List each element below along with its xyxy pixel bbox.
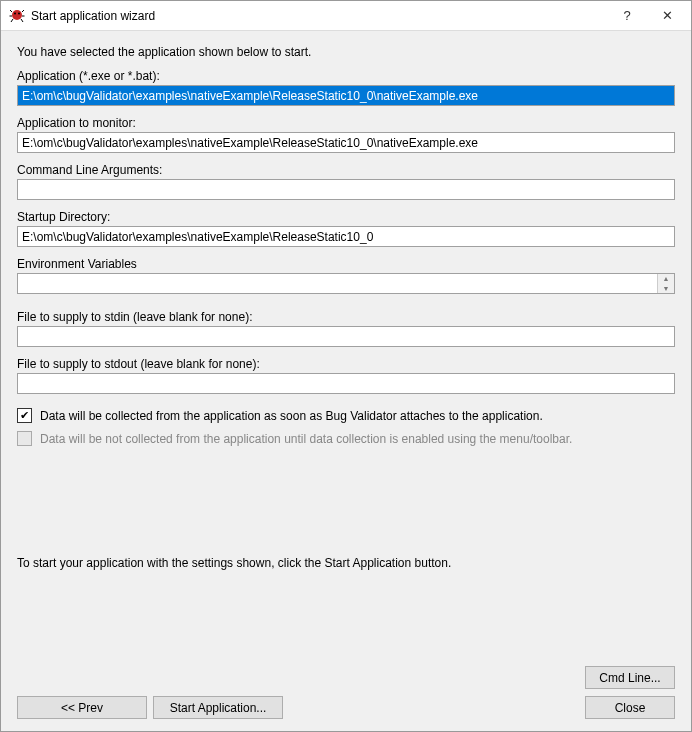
stdin-field-group: File to supply to stdin (leave blank for…: [17, 310, 675, 347]
collect-on-attach-row: ✔ Data will be collected from the applic…: [17, 408, 675, 423]
collect-on-attach-label: Data will be collected from the applicat…: [40, 409, 543, 423]
monitor-input[interactable]: [17, 132, 675, 153]
stdin-input[interactable]: [17, 326, 675, 347]
help-button[interactable]: ?: [607, 2, 647, 30]
close-button[interactable]: Close: [585, 696, 675, 719]
collect-disabled-row: Data will be not collected from the appl…: [17, 431, 675, 446]
window-title: Start application wizard: [31, 9, 607, 23]
stdin-label: File to supply to stdin (leave blank for…: [17, 310, 675, 324]
cmdargs-label: Command Line Arguments:: [17, 163, 675, 177]
svg-point-1: [14, 12, 16, 14]
collect-on-attach-checkbox[interactable]: ✔: [17, 408, 32, 423]
collect-disabled-checkbox: [17, 431, 32, 446]
startup-dir-field-group: Startup Directory:: [17, 210, 675, 247]
svg-line-4: [22, 10, 24, 12]
cmdargs-field-group: Command Line Arguments:: [17, 163, 675, 200]
application-input[interactable]: [17, 85, 675, 106]
close-window-button[interactable]: ✕: [647, 2, 687, 30]
intro-text: You have selected the application shown …: [17, 45, 675, 59]
envvars-label: Environment Variables: [17, 257, 675, 271]
monitor-field-group: Application to monitor:: [17, 116, 675, 153]
collect-disabled-label: Data will be not collected from the appl…: [40, 432, 572, 446]
application-label: Application (*.exe or *.bat):: [17, 69, 675, 83]
envvars-input[interactable]: [17, 273, 675, 294]
envvars-field-group: Environment Variables ▲ ▼: [17, 257, 675, 294]
chevron-up-icon: ▲: [658, 274, 674, 284]
stdout-label: File to supply to stdout (leave blank fo…: [17, 357, 675, 371]
chevron-down-icon: ▼: [658, 284, 674, 294]
dialog-content: You have selected the application shown …: [1, 31, 691, 731]
svg-line-3: [10, 10, 12, 12]
instruction-text: To start your application with the setti…: [17, 556, 675, 570]
cmdline-button[interactable]: Cmd Line...: [585, 666, 675, 689]
svg-line-8: [21, 19, 23, 22]
startup-dir-label: Startup Directory:: [17, 210, 675, 224]
svg-line-7: [11, 19, 13, 22]
stdout-field-group: File to supply to stdout (leave blank fo…: [17, 357, 675, 394]
application-field-group: Application (*.exe or *.bat):: [17, 69, 675, 106]
prev-button[interactable]: << Prev: [17, 696, 147, 719]
start-application-button[interactable]: Start Application...: [153, 696, 283, 719]
envvars-spinner[interactable]: ▲ ▼: [657, 274, 674, 293]
titlebar: Start application wizard ? ✕: [1, 1, 691, 31]
monitor-label: Application to monitor:: [17, 116, 675, 130]
stdout-input[interactable]: [17, 373, 675, 394]
cmdargs-input[interactable]: [17, 179, 675, 200]
svg-point-2: [18, 12, 20, 14]
startup-dir-input[interactable]: [17, 226, 675, 247]
app-icon: [9, 8, 25, 24]
svg-point-0: [12, 10, 22, 20]
